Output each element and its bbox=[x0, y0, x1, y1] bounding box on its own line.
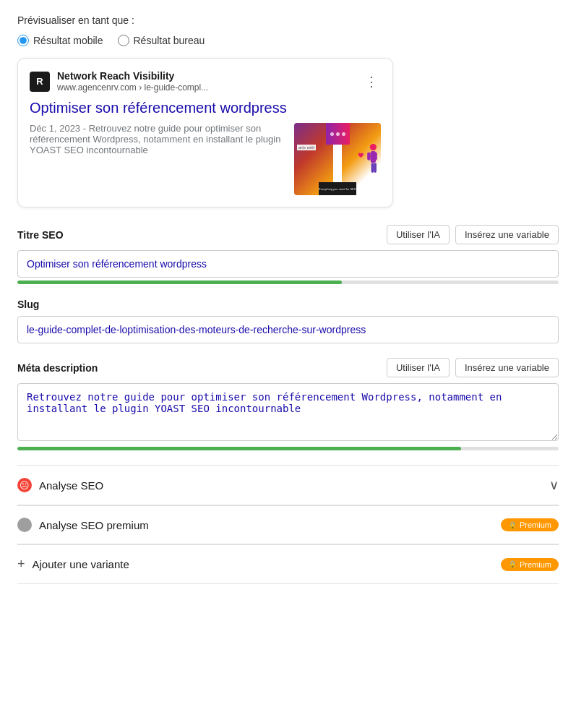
meta-description-textarea[interactable]: Retrouvez notre guide pour optimiser son… bbox=[17, 383, 559, 441]
lock-icon-variante: 🔒 bbox=[508, 560, 517, 568]
thumb-footer: Everything you need for SEO bbox=[319, 182, 356, 195]
thumb-dots bbox=[330, 132, 345, 136]
analyse-seo-premium-badge: 🔒 Premium bbox=[501, 518, 559, 531]
meta-description-actions: Utiliser l'IA Insérez une variable bbox=[387, 358, 559, 377]
radio-bureau[interactable]: Résultat bureau bbox=[118, 35, 205, 46]
preview-section: Prévisualiser en tant que : Résultat mob… bbox=[17, 14, 559, 207]
analyse-seo-label: Analyse SEO bbox=[39, 479, 103, 492]
ajouter-variante-premium-badge: 🔒 Premium bbox=[501, 558, 559, 571]
meta-description-label: Méta description bbox=[17, 362, 98, 374]
preview-label: Prévisualiser en tant que : bbox=[17, 14, 559, 26]
search-thumbnail: arts with bbox=[294, 123, 381, 195]
analyse-seo-premium-section: Analyse SEO premium 🔒 Premium bbox=[17, 506, 559, 544]
titre-seo-input[interactable] bbox=[17, 250, 559, 278]
preview-radio-group: Résultat mobile Résultat bureau bbox=[17, 35, 559, 46]
search-content: Déc 1, 2023 - Retrouvez notre guide pour… bbox=[30, 123, 381, 195]
ajouter-variante-section: + Ajouter une variante 🔒 Premium bbox=[17, 545, 559, 584]
site-name: Network Reach Visibility bbox=[57, 70, 208, 82]
lock-icon-premium: 🔒 bbox=[508, 521, 517, 529]
thumbnail-image: arts with bbox=[294, 123, 381, 195]
titre-use-ai-button[interactable]: Utiliser l'IA bbox=[387, 225, 450, 244]
meta-description-progress-fill bbox=[17, 447, 461, 450]
radio-bureau-input[interactable] bbox=[118, 35, 129, 46]
site-details: Network Reach Visibility www.agencenrv.c… bbox=[57, 70, 208, 93]
search-date: Déc 1, 2023 - Retrouvez notre guide pour… bbox=[30, 123, 285, 155]
titre-seo-header: Titre SEO Utiliser l'IA Insérez une vari… bbox=[17, 225, 559, 244]
search-result-title[interactable]: Optimiser son référencement wordpress bbox=[30, 98, 381, 117]
meta-description-section: Méta description Utiliser l'IA Insérez u… bbox=[17, 358, 559, 450]
titre-seo-progress bbox=[17, 281, 559, 284]
site-url: www.agencenrv.com › le-guide-compl... bbox=[57, 82, 208, 93]
titre-seo-progress-fill bbox=[17, 281, 342, 284]
site-info: R Network Reach Visibility www.agencenrv… bbox=[30, 70, 208, 93]
ajouter-variante-header[interactable]: + Ajouter une variante 🔒 Premium bbox=[17, 545, 559, 583]
meta-use-ai-button[interactable]: Utiliser l'IA bbox=[387, 358, 450, 377]
slug-section: Slug bbox=[17, 299, 559, 343]
ajouter-variante-label: Ajouter une variante bbox=[33, 558, 129, 570]
thumb-body: arts with bbox=[333, 145, 342, 182]
more-icon[interactable]: ⋮ bbox=[362, 72, 381, 91]
analyse-seo-chevron: ∨ bbox=[549, 477, 559, 493]
site-header: R Network Reach Visibility www.agencenrv… bbox=[30, 70, 381, 93]
radio-mobile-input[interactable] bbox=[17, 35, 29, 46]
titre-seo-section: Titre SEO Utiliser l'IA Insérez une vari… bbox=[17, 225, 559, 284]
meta-insert-variable-button[interactable]: Insérez une variable bbox=[455, 358, 559, 377]
site-icon: R bbox=[30, 72, 50, 92]
slug-input[interactable] bbox=[17, 316, 559, 343]
analyse-seo-premium-left: Analyse SEO premium bbox=[17, 518, 149, 532]
thumb-top bbox=[326, 123, 350, 145]
plus-icon: + bbox=[17, 557, 25, 572]
search-text: Déc 1, 2023 - Retrouvez notre guide pour… bbox=[30, 123, 285, 195]
meta-description-header: Méta description Utiliser l'IA Insérez u… bbox=[17, 358, 559, 377]
ajouter-variante-left: + Ajouter une variante bbox=[17, 557, 129, 572]
radio-mobile-label: Résultat mobile bbox=[33, 35, 103, 46]
slug-label: Slug bbox=[17, 299, 559, 310]
radio-mobile[interactable]: Résultat mobile bbox=[17, 35, 103, 46]
meta-description-progress bbox=[17, 447, 559, 450]
analyse-seo-header[interactable]: ☹ Analyse SEO ∨ bbox=[17, 466, 559, 505]
radio-bureau-label: Résultat bureau bbox=[134, 35, 205, 46]
analyse-seo-status-icon: ☹ bbox=[17, 478, 32, 492]
thumb-dot-3 bbox=[342, 132, 345, 136]
variante-badge-text: Premium bbox=[520, 560, 551, 569]
analyse-seo-premium-header[interactable]: Analyse SEO premium 🔒 Premium bbox=[17, 506, 559, 544]
analyse-seo-section: ☹ Analyse SEO ∨ bbox=[17, 465, 559, 505]
search-preview-card: R Network Reach Visibility www.agencenrv… bbox=[17, 58, 393, 207]
analyse-seo-left: ☹ Analyse SEO bbox=[17, 478, 103, 492]
titre-seo-actions: Utiliser l'IA Insérez une variable bbox=[387, 225, 559, 244]
titre-seo-label: Titre SEO bbox=[17, 229, 64, 241]
thumb-dot-1 bbox=[330, 132, 334, 136]
analyse-seo-premium-status-icon bbox=[17, 518, 32, 532]
titre-insert-variable-button[interactable]: Insérez une variable bbox=[455, 225, 559, 244]
premium-badge-text: Premium bbox=[520, 521, 551, 529]
analyse-seo-premium-label: Analyse SEO premium bbox=[39, 519, 149, 531]
thumb-dot-2 bbox=[336, 132, 340, 136]
